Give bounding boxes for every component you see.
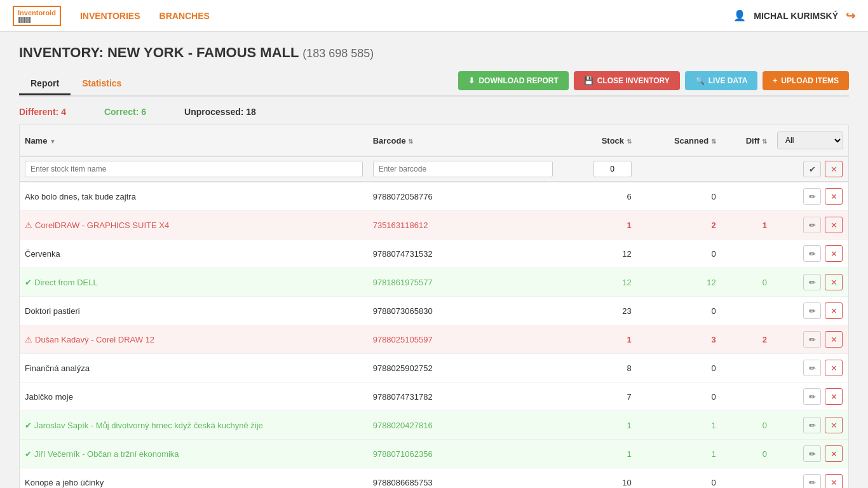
cell-diff: 2 <box>721 325 772 354</box>
item-name: CorelDRAW - GRAPHICS SUITE X4 <box>35 220 169 230</box>
cell-name: Doktori pastieri <box>20 297 368 325</box>
filter-clear-button[interactable]: ✕ <box>825 161 843 177</box>
cell-actions: ✏ ✕ <box>772 297 848 325</box>
delete-button[interactable]: ✕ <box>825 217 843 233</box>
col-name[interactable]: Name ▼ <box>20 125 368 156</box>
table-row: ⚠Dušan Kadavý - Corel DRAW 12 9788025105… <box>20 325 848 354</box>
download-report-button[interactable]: ⬇ DOWNLOAD REPORT <box>458 71 568 90</box>
delete-button[interactable]: ✕ <box>825 388 843 405</box>
nav-inventories[interactable]: INVENTORIES <box>80 11 140 21</box>
stats-row: Different: 4 Correct: 6 Unprocessed: 18 <box>19 107 849 117</box>
close-inventory-button[interactable]: 💾 CLOSE INVENTORY <box>574 71 680 90</box>
stat-correct: Correct: 6 <box>104 107 146 117</box>
table-row: Červenka 9788074731532 12 0 ✏ ✕ <box>20 240 848 268</box>
upload-items-button[interactable]: + UPLOAD ITEMS <box>763 71 849 90</box>
nav-branches[interactable]: BRANCHES <box>159 11 210 21</box>
cell-actions: ✏ ✕ <box>772 354 848 383</box>
col-diff[interactable]: Diff ⇅ <box>721 125 772 156</box>
cell-stock: 12 <box>558 240 637 268</box>
col-scanned[interactable]: Scanned ⇅ <box>637 125 721 156</box>
delete-button[interactable]: ✕ <box>825 302 843 319</box>
cell-barcode: 9788025105597 <box>368 325 558 354</box>
error-icon: ⚠ <box>25 335 32 344</box>
close-icon: 💾 <box>584 76 593 85</box>
edit-button[interactable]: ✏ <box>803 188 821 205</box>
delete-button[interactable]: ✕ <box>825 474 843 488</box>
cell-diff: 1 <box>721 211 772 240</box>
user-icon: 👤 <box>733 10 746 22</box>
sort-barcode-icon: ⇅ <box>408 138 413 145</box>
item-name: Jiří Večerník - Občan a tržní ekonomika <box>34 449 179 459</box>
delete-button[interactable]: ✕ <box>825 188 843 205</box>
item-name: Doktori pastieri <box>25 306 80 316</box>
delete-button[interactable]: ✕ <box>825 245 843 262</box>
table-header-row: Name ▼ Barcode ⇅ Stock ⇅ Scanned ⇅ <box>20 125 848 156</box>
edit-button[interactable]: ✏ <box>803 417 821 433</box>
cell-actions: ✏ ✕ <box>772 211 848 240</box>
cell-diff <box>721 240 772 268</box>
delete-button[interactable]: ✕ <box>825 274 843 290</box>
col-filter: All Different Correct Unprocessed <box>772 125 848 156</box>
cell-scanned: 0 <box>637 297 721 325</box>
live-data-button[interactable]: 🔍 LIVE DATA <box>685 71 758 90</box>
brand-barcode: ||||||||||||||| <box>18 17 56 23</box>
delete-button[interactable]: ✕ <box>825 331 843 348</box>
inventory-id: (183 698 585) <box>302 47 374 60</box>
tab-report[interactable]: Report <box>19 73 71 95</box>
cell-stock: 8 <box>558 354 637 383</box>
filter-barcode-cell <box>368 156 558 182</box>
filter-row: ✔ ✕ <box>20 156 848 182</box>
edit-button[interactable]: ✏ <box>803 302 821 319</box>
table-row: Jablčko moje 9788074731782 7 0 ✏ ✕ <box>20 383 848 411</box>
item-name: Ako bolo dnes, tak bude zajtra <box>25 192 136 201</box>
logout-icon[interactable]: ↪ <box>846 9 855 23</box>
edit-button[interactable]: ✏ <box>803 360 821 376</box>
sort-stock-icon: ⇅ <box>627 138 632 145</box>
filter-scanned-cell <box>637 156 721 182</box>
filter-stock-input[interactable] <box>593 161 632 177</box>
cell-barcode: 9788025902752 <box>368 354 558 383</box>
cell-name: ⚠CorelDRAW - GRAPHICS SUITE X4 <box>20 211 368 240</box>
filter-name-input[interactable] <box>25 161 363 177</box>
cell-stock: 10 <box>558 468 637 489</box>
edit-button[interactable]: ✏ <box>803 474 821 488</box>
cell-diff: 0 <box>721 268 772 297</box>
cell-name: ⚠Dušan Kadavý - Corel DRAW 12 <box>20 325 368 354</box>
cell-barcode: 9788020427816 <box>368 411 558 440</box>
cell-scanned: 12 <box>637 268 721 297</box>
cell-diff: 0 <box>721 411 772 440</box>
cell-scanned: 3 <box>637 325 721 354</box>
table-row: Finančná analýza 9788025902752 8 0 ✏ ✕ <box>20 354 848 383</box>
cell-scanned: 0 <box>637 468 721 489</box>
tab-statistics[interactable]: Statistics <box>71 73 133 95</box>
item-name: Dušan Kadavý - Corel DRAW 12 <box>35 335 154 344</box>
edit-button[interactable]: ✏ <box>803 331 821 348</box>
cell-scanned: 1 <box>637 411 721 440</box>
filter-dropdown[interactable]: All Different Correct Unprocessed <box>777 132 843 149</box>
cell-stock: 1 <box>558 325 637 354</box>
delete-button[interactable]: ✕ <box>825 417 843 433</box>
filter-name-cell <box>20 156 368 182</box>
filter-barcode-input[interactable] <box>373 161 553 177</box>
cell-stock: 1 <box>558 211 637 240</box>
delete-button[interactable]: ✕ <box>825 445 843 462</box>
delete-button[interactable]: ✕ <box>825 360 843 376</box>
filter-stock-cell <box>558 156 637 182</box>
edit-button[interactable]: ✏ <box>803 445 821 462</box>
edit-button[interactable]: ✏ <box>803 217 821 233</box>
cell-name: ✔Jiří Večerník - Občan a tržní ekonomika <box>20 440 368 468</box>
col-barcode[interactable]: Barcode ⇅ <box>368 125 558 156</box>
table-row: ✔Jaroslav Sapík - Můj divotvorný hrnec k… <box>20 411 848 440</box>
edit-button[interactable]: ✏ <box>803 245 821 262</box>
error-icon: ⚠ <box>25 220 32 230</box>
filter-confirm-button[interactable]: ✔ <box>803 161 821 177</box>
cell-actions: ✏ ✕ <box>772 182 848 211</box>
table-row: Konopé a jeho účinky 9788086685753 10 0 … <box>20 468 848 489</box>
item-name: Finančná analýza <box>25 363 90 373</box>
cell-stock: 12 <box>558 268 637 297</box>
edit-button[interactable]: ✏ <box>803 388 821 405</box>
col-stock[interactable]: Stock ⇅ <box>558 125 637 156</box>
page-title: INVENTORY: NEW YORK - FAMOUS MALL (183 6… <box>19 44 849 61</box>
cell-barcode: 9788072058776 <box>368 182 558 211</box>
edit-button[interactable]: ✏ <box>803 274 821 290</box>
